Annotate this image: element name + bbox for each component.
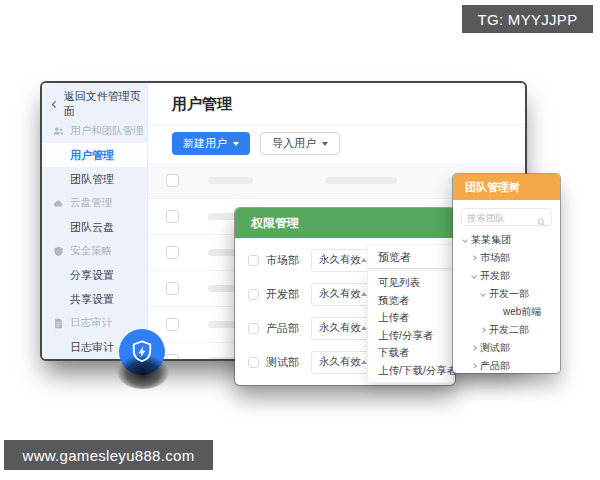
tree-node-label: 产品部 — [480, 359, 510, 373]
sidebar-item-shared-settings[interactable]: 共享设置 — [42, 287, 147, 311]
chevron-right-icon — [471, 363, 477, 369]
back-label: 返回文件管理页面 — [64, 89, 147, 119]
row-checkbox[interactable] — [166, 318, 179, 331]
tree-node-label: 测试部 — [480, 341, 510, 355]
dept-label: 开发部 — [266, 287, 304, 302]
sidebar: 返回文件管理页面 用户和团队管理 用户管理 团队管理 云盘管理 团队云盘 安全策… — [42, 83, 148, 359]
team-search-input[interactable] — [467, 212, 531, 223]
row-checkbox[interactable] — [166, 282, 179, 295]
dept-checkbox[interactable] — [248, 357, 259, 368]
role-option[interactable]: 上传/下载/分享者 — [368, 362, 453, 380]
sidebar-item-team-drive[interactable]: 团队云盘 — [42, 215, 147, 239]
caret-down-icon — [322, 142, 328, 146]
term-value: 永久有效 — [319, 287, 361, 301]
chevron-left-icon — [52, 101, 59, 108]
import-user-label: 导入用户 — [272, 136, 316, 151]
term-value: 永久有效 — [319, 355, 361, 369]
shield-icon — [53, 246, 64, 257]
website-badge: www.gamesleyu888.com — [4, 440, 213, 470]
role-dropdown-menu: 可见列表 预览者 上传者 上传/分享者 下载者 上传/下载/分享者 — [367, 270, 454, 383]
chevron-right-icon — [480, 327, 486, 333]
sidebar-group-label: 日志审计 — [70, 316, 112, 330]
permission-dialog: 权限管理 市场部 永久有效 开发部 永久有效 产品部 永久有效 — [235, 208, 455, 385]
dept-checkbox[interactable] — [248, 323, 259, 334]
back-link[interactable]: 返回文件管理页面 — [42, 89, 147, 119]
dept-checkbox[interactable] — [248, 255, 259, 266]
tree-node-label: 某某集团 — [471, 233, 511, 247]
team-tree-panel: 团队管理树 某某集团 市场部 开发部 开发一部 web前端 开发二部 测试部 产… — [453, 174, 560, 373]
shield-bolt-icon — [129, 339, 155, 365]
chevron-down-icon — [471, 273, 477, 279]
row-checkbox[interactable] — [166, 174, 179, 187]
row-checkbox[interactable] — [166, 210, 179, 223]
tree-node[interactable]: 测试部 — [453, 339, 560, 357]
tree-node-label: 开发二部 — [489, 323, 529, 337]
term-select[interactable]: 永久有效 — [311, 351, 375, 374]
chevron-down-icon — [480, 291, 486, 297]
import-user-button[interactable]: 导入用户 — [260, 132, 340, 155]
tree-node-label: 开发一部 — [489, 287, 529, 301]
role-select[interactable]: 预览者 — [367, 244, 454, 269]
toolbar: 新建用户 导入用户 — [148, 125, 525, 163]
sidebar-item-share-settings[interactable]: 分享设置 — [42, 263, 147, 287]
tree-node-label: web前端 — [503, 305, 541, 319]
team-tree-title: 团队管理树 — [453, 174, 560, 200]
role-option[interactable]: 上传者 — [368, 309, 453, 327]
dept-label: 测试部 — [266, 355, 304, 370]
dept-label: 产品部 — [266, 321, 304, 336]
role-option[interactable]: 可见列表 — [368, 274, 453, 292]
term-select[interactable]: 永久有效 — [311, 283, 375, 306]
team-search-box — [461, 208, 552, 226]
sidebar-group-label: 云盘管理 — [70, 196, 112, 210]
tree-node[interactable]: 开发部 — [453, 267, 560, 285]
skeleton-bar — [208, 177, 253, 184]
sidebar-group-label: 安全策略 — [70, 244, 112, 258]
tree-node[interactable]: 某某集团 — [453, 231, 560, 249]
role-option[interactable]: 上传/分享者 — [368, 327, 453, 345]
users-icon — [53, 126, 64, 137]
term-value: 永久有效 — [319, 253, 361, 267]
new-user-label: 新建用户 — [183, 136, 227, 151]
log-icon — [53, 318, 64, 329]
sidebar-group-cloud-drive: 云盘管理 — [42, 191, 147, 215]
telegram-badge: TG: MYYJJPP — [462, 5, 593, 33]
term-value: 永久有效 — [319, 321, 361, 335]
tree-node[interactable]: 市场部 — [453, 249, 560, 267]
row-checkbox[interactable] — [166, 246, 179, 259]
role-option[interactable]: 预览者 — [368, 292, 453, 310]
sidebar-item-team-management[interactable]: 团队管理 — [42, 167, 147, 191]
cloud-icon — [53, 198, 64, 209]
sidebar-group-user-team: 用户和团队管理 — [42, 119, 147, 143]
tree-node[interactable]: 产品部 — [453, 357, 560, 373]
dept-label: 市场部 — [266, 253, 304, 268]
team-tree: 某某集团 市场部 开发部 开发一部 web前端 开发二部 测试部 产品部 — [453, 231, 560, 373]
chevron-down-icon — [462, 237, 468, 243]
role-option[interactable]: 下载者 — [368, 344, 453, 362]
term-select[interactable]: 永久有效 — [311, 317, 375, 340]
tree-node[interactable]: 开发二部 — [453, 321, 560, 339]
term-select[interactable]: 永久有效 — [311, 249, 375, 272]
tree-node-label: 市场部 — [480, 251, 510, 265]
tree-node[interactable]: web前端 — [453, 303, 560, 321]
row-checkbox[interactable] — [166, 354, 179, 359]
page-title: 用户管理 — [172, 95, 501, 114]
skeleton-bar — [325, 177, 397, 184]
main-header: 用户管理 — [148, 83, 525, 125]
permission-dialog-title: 权限管理 — [235, 208, 455, 238]
sidebar-group-label: 用户和团队管理 — [70, 124, 144, 138]
dept-checkbox[interactable] — [248, 289, 259, 300]
tree-node-label: 开发部 — [480, 269, 510, 283]
chevron-right-icon — [471, 345, 477, 351]
sidebar-item-user-management[interactable]: 用户管理 — [42, 143, 147, 167]
sidebar-group-security: 安全策略 — [42, 239, 147, 263]
caret-down-icon — [233, 142, 239, 146]
new-user-button[interactable]: 新建用户 — [172, 132, 250, 155]
tree-node[interactable]: 开发一部 — [453, 285, 560, 303]
search-icon — [537, 213, 546, 222]
chevron-right-icon — [471, 255, 477, 261]
shield-badge — [119, 329, 165, 375]
